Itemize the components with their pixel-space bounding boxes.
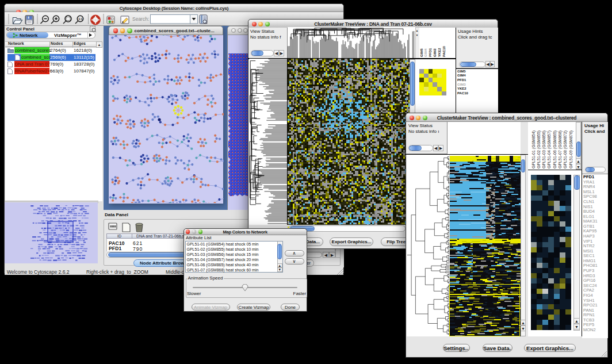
svg-text:1:1: 1:1 [78, 17, 82, 21]
svg-text:Search:: Search: [132, 16, 149, 22]
